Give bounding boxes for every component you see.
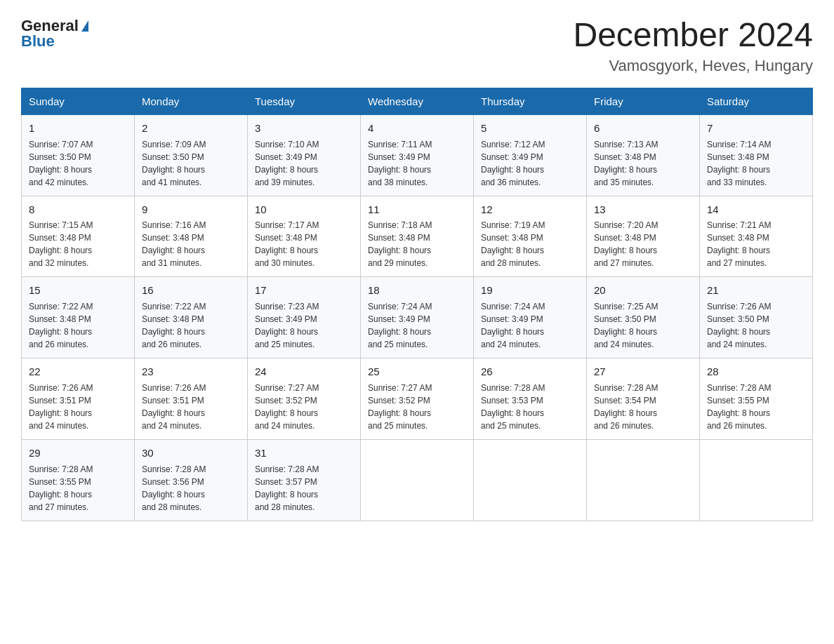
table-row: 22Sunrise: 7:26 AMSunset: 3:51 PMDayligh… bbox=[22, 358, 135, 440]
table-row: 14Sunrise: 7:21 AMSunset: 3:48 PMDayligh… bbox=[700, 196, 813, 277]
day-number: 28 bbox=[707, 364, 805, 380]
table-row: 6Sunrise: 7:13 AMSunset: 3:48 PMDaylight… bbox=[587, 114, 700, 196]
day-info: Sunrise: 7:12 AMSunset: 3:49 PMDaylight:… bbox=[481, 138, 579, 189]
table-row: 31Sunrise: 7:28 AMSunset: 3:57 PMDayligh… bbox=[248, 439, 361, 521]
day-number: 2 bbox=[142, 121, 240, 136]
day-number: 21 bbox=[707, 283, 805, 298]
table-row: 21Sunrise: 7:26 AMSunset: 3:50 PMDayligh… bbox=[700, 277, 813, 358]
logo-blue-text: Blue bbox=[21, 32, 55, 51]
calendar-week-row: 22Sunrise: 7:26 AMSunset: 3:51 PMDayligh… bbox=[22, 358, 813, 440]
day-info: Sunrise: 7:27 AMSunset: 3:52 PMDaylight:… bbox=[255, 382, 353, 432]
col-tuesday: Tuesday bbox=[248, 88, 361, 114]
table-row: 19Sunrise: 7:24 AMSunset: 3:49 PMDayligh… bbox=[474, 277, 587, 358]
day-number: 23 bbox=[142, 364, 240, 380]
day-number: 19 bbox=[481, 283, 579, 298]
table-row: 10Sunrise: 7:17 AMSunset: 3:48 PMDayligh… bbox=[248, 196, 361, 277]
day-number: 24 bbox=[255, 364, 353, 380]
day-info: Sunrise: 7:26 AMSunset: 3:50 PMDaylight:… bbox=[707, 300, 805, 351]
calendar-week-row: 29Sunrise: 7:28 AMSunset: 3:55 PMDayligh… bbox=[22, 439, 813, 521]
day-info: Sunrise: 7:28 AMSunset: 3:55 PMDaylight:… bbox=[29, 463, 127, 514]
day-info: Sunrise: 7:24 AMSunset: 3:49 PMDaylight:… bbox=[368, 300, 466, 351]
logo-triangle-icon bbox=[81, 20, 88, 32]
day-info: Sunrise: 7:21 AMSunset: 3:48 PMDaylight:… bbox=[707, 219, 805, 269]
day-number: 7 bbox=[707, 121, 805, 136]
day-info: Sunrise: 7:09 AMSunset: 3:50 PMDaylight:… bbox=[142, 138, 240, 189]
day-info: Sunrise: 7:10 AMSunset: 3:49 PMDaylight:… bbox=[255, 138, 353, 189]
table-row: 13Sunrise: 7:20 AMSunset: 3:48 PMDayligh… bbox=[587, 196, 700, 277]
day-number: 9 bbox=[142, 202, 240, 217]
day-number: 26 bbox=[481, 364, 579, 380]
table-row: 20Sunrise: 7:25 AMSunset: 3:50 PMDayligh… bbox=[587, 277, 700, 358]
day-number: 17 bbox=[255, 283, 353, 298]
day-number: 1 bbox=[29, 121, 127, 136]
table-row: 30Sunrise: 7:28 AMSunset: 3:56 PMDayligh… bbox=[135, 439, 248, 521]
col-wednesday: Wednesday bbox=[361, 88, 474, 114]
day-info: Sunrise: 7:22 AMSunset: 3:48 PMDaylight:… bbox=[142, 300, 240, 351]
table-row: 27Sunrise: 7:28 AMSunset: 3:54 PMDayligh… bbox=[587, 358, 700, 440]
table-row: 28Sunrise: 7:28 AMSunset: 3:55 PMDayligh… bbox=[700, 358, 813, 440]
calendar-week-row: 8Sunrise: 7:15 AMSunset: 3:48 PMDaylight… bbox=[22, 196, 813, 277]
day-info: Sunrise: 7:11 AMSunset: 3:49 PMDaylight:… bbox=[368, 138, 466, 189]
month-title: December 2024 bbox=[573, 17, 813, 54]
table-row: 11Sunrise: 7:18 AMSunset: 3:48 PMDayligh… bbox=[361, 196, 474, 277]
day-info: Sunrise: 7:28 AMSunset: 3:57 PMDaylight:… bbox=[255, 463, 353, 514]
table-row bbox=[474, 439, 587, 521]
day-info: Sunrise: 7:26 AMSunset: 3:51 PMDaylight:… bbox=[29, 382, 127, 432]
table-row: 26Sunrise: 7:28 AMSunset: 3:53 PMDayligh… bbox=[474, 358, 587, 440]
day-info: Sunrise: 7:28 AMSunset: 3:55 PMDaylight:… bbox=[707, 382, 805, 432]
location-title: Vamosgyork, Heves, Hungary bbox=[573, 57, 813, 75]
calendar-week-row: 15Sunrise: 7:22 AMSunset: 3:48 PMDayligh… bbox=[22, 277, 813, 358]
day-info: Sunrise: 7:13 AMSunset: 3:48 PMDaylight:… bbox=[594, 138, 692, 189]
day-number: 14 bbox=[707, 202, 805, 217]
day-number: 25 bbox=[368, 364, 466, 380]
day-number: 29 bbox=[29, 445, 127, 461]
calendar-table: Sunday Monday Tuesday Wednesday Thursday… bbox=[21, 88, 813, 521]
table-row: 8Sunrise: 7:15 AMSunset: 3:48 PMDaylight… bbox=[22, 196, 135, 277]
day-number: 5 bbox=[481, 121, 579, 136]
table-row: 24Sunrise: 7:27 AMSunset: 3:52 PMDayligh… bbox=[248, 358, 361, 440]
table-row bbox=[700, 439, 813, 521]
calendar-header-row: Sunday Monday Tuesday Wednesday Thursday… bbox=[22, 88, 813, 114]
col-friday: Friday bbox=[587, 88, 700, 114]
table-row: 5Sunrise: 7:12 AMSunset: 3:49 PMDaylight… bbox=[474, 114, 587, 196]
day-info: Sunrise: 7:15 AMSunset: 3:48 PMDaylight:… bbox=[29, 219, 127, 269]
day-info: Sunrise: 7:17 AMSunset: 3:48 PMDaylight:… bbox=[255, 219, 353, 269]
table-row: 23Sunrise: 7:26 AMSunset: 3:51 PMDayligh… bbox=[135, 358, 248, 440]
day-info: Sunrise: 7:24 AMSunset: 3:49 PMDaylight:… bbox=[481, 300, 579, 351]
day-info: Sunrise: 7:26 AMSunset: 3:51 PMDaylight:… bbox=[142, 382, 240, 432]
title-block: December 2024 Vamosgyork, Heves, Hungary bbox=[573, 17, 813, 75]
day-info: Sunrise: 7:23 AMSunset: 3:49 PMDaylight:… bbox=[255, 300, 353, 351]
day-number: 6 bbox=[594, 121, 692, 136]
table-row: 1Sunrise: 7:07 AMSunset: 3:50 PMDaylight… bbox=[22, 114, 135, 196]
day-number: 13 bbox=[594, 202, 692, 217]
day-info: Sunrise: 7:14 AMSunset: 3:48 PMDaylight:… bbox=[707, 138, 805, 189]
day-number: 12 bbox=[481, 202, 579, 217]
day-info: Sunrise: 7:20 AMSunset: 3:48 PMDaylight:… bbox=[594, 219, 692, 269]
table-row: 18Sunrise: 7:24 AMSunset: 3:49 PMDayligh… bbox=[361, 277, 474, 358]
table-row: 17Sunrise: 7:23 AMSunset: 3:49 PMDayligh… bbox=[248, 277, 361, 358]
table-row: 4Sunrise: 7:11 AMSunset: 3:49 PMDaylight… bbox=[361, 114, 474, 196]
day-info: Sunrise: 7:28 AMSunset: 3:53 PMDaylight:… bbox=[481, 382, 579, 432]
day-number: 15 bbox=[29, 283, 127, 298]
table-row: 7Sunrise: 7:14 AMSunset: 3:48 PMDaylight… bbox=[700, 114, 813, 196]
day-info: Sunrise: 7:27 AMSunset: 3:52 PMDaylight:… bbox=[368, 382, 466, 432]
logo: General Blue bbox=[21, 17, 88, 51]
day-info: Sunrise: 7:07 AMSunset: 3:50 PMDaylight:… bbox=[29, 138, 127, 189]
col-sunday: Sunday bbox=[22, 88, 135, 114]
day-info: Sunrise: 7:16 AMSunset: 3:48 PMDaylight:… bbox=[142, 219, 240, 269]
col-monday: Monday bbox=[135, 88, 248, 114]
table-row: 15Sunrise: 7:22 AMSunset: 3:48 PMDayligh… bbox=[22, 277, 135, 358]
day-info: Sunrise: 7:22 AMSunset: 3:48 PMDaylight:… bbox=[29, 300, 127, 351]
table-row: 3Sunrise: 7:10 AMSunset: 3:49 PMDaylight… bbox=[248, 114, 361, 196]
table-row: 2Sunrise: 7:09 AMSunset: 3:50 PMDaylight… bbox=[135, 114, 248, 196]
day-info: Sunrise: 7:28 AMSunset: 3:54 PMDaylight:… bbox=[594, 382, 692, 432]
day-number: 22 bbox=[29, 364, 127, 380]
day-number: 20 bbox=[594, 283, 692, 298]
table-row: 25Sunrise: 7:27 AMSunset: 3:52 PMDayligh… bbox=[361, 358, 474, 440]
col-saturday: Saturday bbox=[700, 88, 813, 114]
table-row: 9Sunrise: 7:16 AMSunset: 3:48 PMDaylight… bbox=[135, 196, 248, 277]
day-number: 4 bbox=[368, 121, 466, 136]
table-row: 12Sunrise: 7:19 AMSunset: 3:48 PMDayligh… bbox=[474, 196, 587, 277]
day-info: Sunrise: 7:25 AMSunset: 3:50 PMDaylight:… bbox=[594, 300, 692, 351]
calendar-week-row: 1Sunrise: 7:07 AMSunset: 3:50 PMDaylight… bbox=[22, 114, 813, 196]
